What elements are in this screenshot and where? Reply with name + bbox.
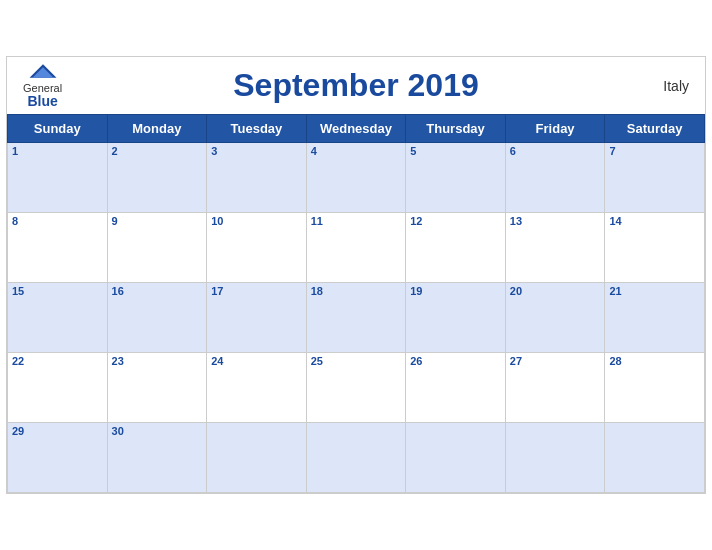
header-friday: Friday xyxy=(505,115,605,143)
calendar-container: General Blue September 2019 Italy Sunday… xyxy=(6,56,706,494)
header-thursday: Thursday xyxy=(406,115,506,143)
calendar-cell: 1 xyxy=(8,143,108,213)
calendar-cell: 30 xyxy=(107,423,207,493)
calendar-cell: 20 xyxy=(505,283,605,353)
calendar-cell: 11 xyxy=(306,213,406,283)
week-row-5: 2930 xyxy=(8,423,705,493)
day-number: 28 xyxy=(609,355,700,367)
day-number: 20 xyxy=(510,285,601,297)
day-number: 22 xyxy=(12,355,103,367)
calendar-cell: 27 xyxy=(505,353,605,423)
day-number: 3 xyxy=(211,145,302,157)
day-number: 24 xyxy=(211,355,302,367)
day-number: 23 xyxy=(112,355,203,367)
day-number: 4 xyxy=(311,145,402,157)
day-number: 9 xyxy=(112,215,203,227)
calendar-cell: 7 xyxy=(605,143,705,213)
calendar-cell: 9 xyxy=(107,213,207,283)
calendar-cell xyxy=(306,423,406,493)
day-number: 8 xyxy=(12,215,103,227)
calendar-header: General Blue September 2019 Italy xyxy=(7,57,705,114)
day-number: 15 xyxy=(12,285,103,297)
header-tuesday: Tuesday xyxy=(207,115,307,143)
calendar-cell: 6 xyxy=(505,143,605,213)
calendar-cell: 12 xyxy=(406,213,506,283)
header-monday: Monday xyxy=(107,115,207,143)
calendar-cell: 23 xyxy=(107,353,207,423)
calendar-cell: 2 xyxy=(107,143,207,213)
calendar-cell: 8 xyxy=(8,213,108,283)
day-number: 10 xyxy=(211,215,302,227)
logo-icon xyxy=(28,62,58,80)
calendar-cell: 10 xyxy=(207,213,307,283)
calendar-cell: 18 xyxy=(306,283,406,353)
day-number: 18 xyxy=(311,285,402,297)
day-number: 21 xyxy=(609,285,700,297)
day-number: 7 xyxy=(609,145,700,157)
header-saturday: Saturday xyxy=(605,115,705,143)
calendar-cell xyxy=(406,423,506,493)
week-row-2: 891011121314 xyxy=(8,213,705,283)
calendar-cell xyxy=(605,423,705,493)
day-number: 29 xyxy=(12,425,103,437)
calendar-cell: 29 xyxy=(8,423,108,493)
weekday-header-row: Sunday Monday Tuesday Wednesday Thursday… xyxy=(8,115,705,143)
header-wednesday: Wednesday xyxy=(306,115,406,143)
day-number: 2 xyxy=(112,145,203,157)
day-number: 12 xyxy=(410,215,501,227)
calendar-cell: 28 xyxy=(605,353,705,423)
day-number: 13 xyxy=(510,215,601,227)
day-number: 27 xyxy=(510,355,601,367)
calendar-cell xyxy=(505,423,605,493)
day-number: 17 xyxy=(211,285,302,297)
day-number: 6 xyxy=(510,145,601,157)
calendar-cell: 13 xyxy=(505,213,605,283)
calendar-grid: Sunday Monday Tuesday Wednesday Thursday… xyxy=(7,114,705,493)
calendar-cell: 5 xyxy=(406,143,506,213)
calendar-cell xyxy=(207,423,307,493)
calendar-cell: 4 xyxy=(306,143,406,213)
header-sunday: Sunday xyxy=(8,115,108,143)
calendar-cell: 15 xyxy=(8,283,108,353)
day-number: 5 xyxy=(410,145,501,157)
calendar-cell: 17 xyxy=(207,283,307,353)
week-row-1: 1234567 xyxy=(8,143,705,213)
day-number: 11 xyxy=(311,215,402,227)
week-row-4: 22232425262728 xyxy=(8,353,705,423)
calendar-cell: 16 xyxy=(107,283,207,353)
day-number: 14 xyxy=(609,215,700,227)
day-number: 25 xyxy=(311,355,402,367)
calendar-cell: 14 xyxy=(605,213,705,283)
calendar-cell: 21 xyxy=(605,283,705,353)
week-row-3: 15161718192021 xyxy=(8,283,705,353)
calendar-cell: 3 xyxy=(207,143,307,213)
logo-area: General Blue xyxy=(23,62,62,108)
country-label: Italy xyxy=(663,78,689,94)
day-number: 16 xyxy=(112,285,203,297)
day-number: 26 xyxy=(410,355,501,367)
day-number: 30 xyxy=(112,425,203,437)
calendar-cell: 22 xyxy=(8,353,108,423)
calendar-cell: 26 xyxy=(406,353,506,423)
calendar-title: September 2019 xyxy=(233,67,478,104)
logo-blue-text: Blue xyxy=(27,93,57,108)
calendar-cell: 25 xyxy=(306,353,406,423)
day-number: 1 xyxy=(12,145,103,157)
day-number: 19 xyxy=(410,285,501,297)
calendar-cell: 19 xyxy=(406,283,506,353)
calendar-cell: 24 xyxy=(207,353,307,423)
